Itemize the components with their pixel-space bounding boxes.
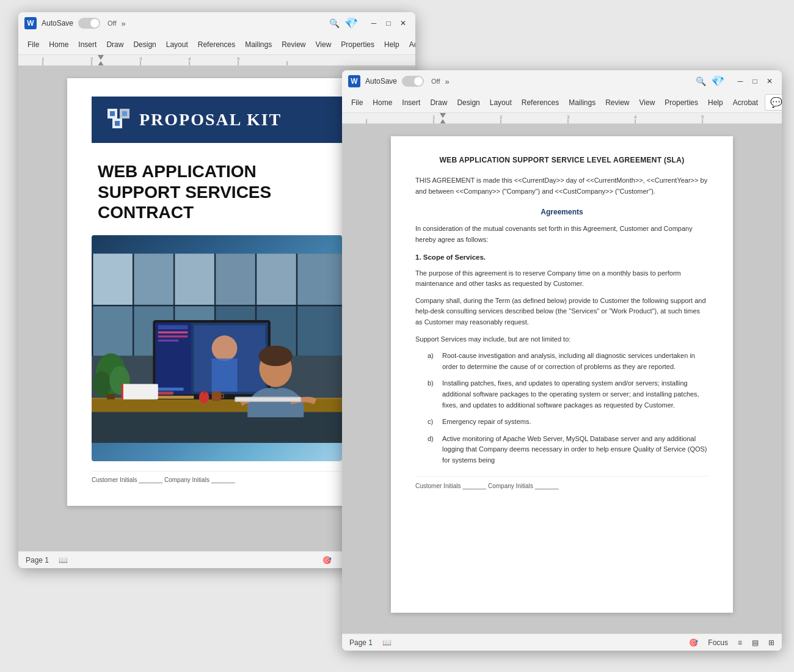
ruler-1: 1 2 3 4 5 (18, 55, 415, 66)
tab-home-1[interactable]: Home (45, 38, 73, 51)
svg-point-57 (93, 371, 111, 396)
svg-rect-18 (115, 121, 120, 126)
title-arrows-1[interactable]: » (122, 19, 126, 28)
minimize-button-1[interactable]: ─ (368, 17, 380, 29)
autosave-toggle-1[interactable] (78, 18, 100, 29)
svg-rect-47 (158, 331, 188, 333)
tab-layout-2[interactable]: Layout (486, 96, 516, 109)
win-controls-2: ─ □ ✕ (734, 75, 776, 87)
word-icon-1: W (24, 17, 37, 29)
tab-layout-1[interactable]: Layout (162, 38, 192, 51)
minimize-button-2[interactable]: ─ (734, 75, 746, 87)
title-arrows-2[interactable]: » (445, 77, 450, 86)
scope-p1: The purpose of this agreement is to rese… (415, 268, 708, 290)
svg-rect-20 (122, 111, 127, 116)
page-label-2: Page 1 (349, 638, 373, 647)
tab-design-1[interactable]: Design (129, 38, 160, 51)
tab-view-1[interactable]: View (311, 38, 336, 51)
tab-review-2[interactable]: Review (601, 96, 633, 109)
tab-help-1[interactable]: Help (380, 38, 404, 51)
focus-icon-2[interactable]: 🎯 (689, 638, 698, 647)
win-controls-1: ─ □ ✕ (368, 17, 409, 29)
tab-references-2[interactable]: References (517, 96, 563, 109)
svg-rect-70 (342, 113, 782, 124)
doc-page-2: WEB APPLICATION SUPPORT SERVICE LEVEL AG… (391, 136, 733, 613)
tab-mailings-1[interactable]: Mailings (241, 38, 276, 51)
read-mode-icon-1[interactable]: 📖 (59, 556, 68, 564)
scope-p2: Company shall, during the Term (as defin… (415, 296, 708, 328)
svg-rect-36 (93, 306, 133, 356)
svg-rect-0 (18, 55, 415, 66)
svg-rect-48 (158, 335, 188, 337)
svg-rect-67 (122, 384, 123, 399)
svg-rect-35 (297, 254, 342, 305)
svg-rect-34 (257, 254, 296, 305)
autosave-label-2: AutoSave (365, 77, 397, 86)
scope-heading: 1. Scope of Services. (415, 252, 708, 263)
tab-design-2[interactable]: Design (453, 96, 484, 109)
list-item-b: Installing patches, fixes, and updates t… (428, 378, 708, 411)
pk-logo-text: PROPOSAL KIT (139, 110, 282, 130)
list-item-d: Active monitoring of Apache Web Server, … (428, 434, 708, 466)
autosave-toggle-2[interactable] (402, 76, 424, 87)
search-icon-1[interactable]: 🔍 (329, 18, 340, 28)
tab-acrobat-1[interactable]: Acrobat (405, 38, 415, 51)
maximize-button-1[interactable]: □ (382, 17, 395, 29)
svg-text:2: 2 (500, 114, 503, 120)
tab-home-2[interactable]: Home (368, 96, 396, 109)
tab-properties-1[interactable]: Properties (337, 38, 379, 51)
search-icon-2[interactable]: 🔍 (696, 76, 706, 86)
immersive-icon-2[interactable]: ⊞ (768, 638, 774, 647)
doc-area-2[interactable]: WEB APPLICATION SUPPORT SERVICE LEVEL AG… (342, 124, 782, 634)
svg-text:4: 4 (634, 114, 637, 120)
svg-point-54 (259, 346, 293, 366)
ruler-svg-1: 1 2 3 4 5 (18, 55, 415, 66)
layout-icon-2[interactable]: ≡ (738, 638, 742, 647)
page-label-1: Page 1 (26, 556, 49, 564)
list-item-c: Emergency repair of systems. (428, 417, 708, 428)
cover-title-line1: WEB APPLICATION (98, 161, 336, 182)
list-item-a: Root-cause investigation and analysis, i… (428, 351, 708, 372)
svg-rect-66 (122, 384, 158, 399)
svg-rect-42 (92, 412, 342, 442)
ribbon-2: File Home Insert Draw Design Layout Refe… (342, 92, 782, 113)
maximize-button-2[interactable]: □ (749, 75, 761, 87)
close-button-2[interactable]: ✕ (763, 75, 776, 87)
tab-draw-2[interactable]: Draw (426, 96, 451, 109)
read-mode-icon-2[interactable]: 📖 (382, 638, 392, 647)
tab-acrobat-2[interactable]: Acrobat (729, 96, 762, 109)
doc-page-1: PROPOSAL KIT WEB APPLICATION SUPPORT SER… (67, 78, 366, 506)
svg-point-51 (212, 335, 238, 361)
svg-rect-46 (158, 325, 188, 329)
office-scene-svg (92, 235, 342, 461)
tab-help-2[interactable]: Help (704, 96, 727, 109)
magic-icon-1[interactable]: 💎 (344, 16, 358, 30)
tab-references-1[interactable]: References (194, 38, 239, 51)
tab-review-1[interactable]: Review (277, 38, 310, 51)
sla-initials: Customer Initials _______ Company Initia… (415, 476, 708, 491)
tab-properties-2[interactable]: Properties (660, 96, 702, 109)
tab-file-2[interactable]: File (347, 96, 367, 109)
view-icon-2[interactable]: ▤ (752, 638, 759, 647)
svg-rect-69 (204, 391, 205, 393)
tab-insert-1[interactable]: Insert (74, 38, 101, 51)
tab-draw-1[interactable]: Draw (102, 38, 128, 51)
tab-file-1[interactable]: File (23, 38, 43, 51)
tab-mailings-2[interactable]: Mailings (564, 96, 600, 109)
svg-text:5: 5 (701, 114, 704, 120)
svg-text:5: 5 (237, 56, 240, 62)
magic-icon-2[interactable]: 💎 (711, 75, 724, 88)
tab-insert-2[interactable]: Insert (398, 96, 424, 109)
pk-logo-icon (106, 108, 131, 132)
sla-title: WEB APPLICATION SUPPORT SERVICE LEVEL AG… (415, 155, 708, 166)
cover-title-line2: SUPPORT SERVICES (98, 182, 336, 203)
close-button-1[interactable]: ✕ (397, 17, 409, 29)
focus-icon-1[interactable]: 🎯 (322, 556, 332, 564)
comment-button-2[interactable]: 💬 (765, 94, 782, 111)
tab-view-2[interactable]: View (635, 96, 660, 109)
word-window-2[interactable]: W AutoSave Off » 🔍 💎 ─ □ ✕ File Home Ins… (342, 70, 782, 651)
cover-initials: Customer Initials _______ Company Initia… (92, 471, 342, 483)
svg-rect-33 (216, 254, 255, 305)
svg-text:4: 4 (188, 56, 191, 62)
agreements-heading: Agreements (415, 206, 708, 217)
